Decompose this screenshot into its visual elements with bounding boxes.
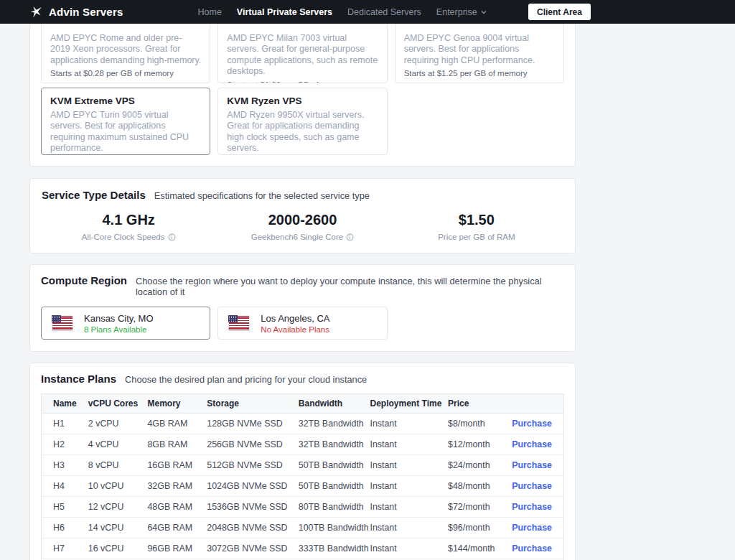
purchase-cell: Purchase: [512, 434, 563, 455]
column-header-deployment-time: Deployment Time: [370, 394, 449, 414]
purchase-link[interactable]: Purchase: [512, 502, 552, 512]
brand-name: Advin Servers: [49, 6, 123, 18]
plan-cell: 50TB Bandwidth: [299, 455, 370, 476]
plan-cell: $48/month: [448, 476, 512, 497]
service-type-section: AMD EPYC Rome and older pre-2019 Xeon pr…: [29, 0, 576, 167]
plan-cell: 32GB RAM: [147, 476, 207, 497]
service-card-description: AMD EPYC Rome and older pre-2019 Xeon pr…: [50, 33, 201, 66]
nav-link-virtual-private-servers[interactable]: Virtual Private Servers: [237, 7, 332, 17]
plan-cell: 2 vCPU: [88, 414, 148, 434]
purchase-cell: Purchase: [512, 476, 563, 497]
stat-price-per-gb-of-ram: $1.50Price per GB of RAM: [390, 212, 563, 241]
deployment-time-cell: Instant: [370, 538, 449, 559]
column-header-actions: [512, 394, 563, 414]
plan-row-h2: H24 vCPU8GB RAM256GB NVMe SSD32TB Bandwi…: [42, 434, 564, 455]
plan-cell: 256GB NVMe SSD: [207, 434, 299, 455]
plan-cell: $96/month: [448, 518, 512, 538]
plan-cell: 1536GB NVMe SSD: [207, 497, 299, 518]
brand[interactable]: Advin Servers: [29, 5, 123, 19]
compute-region-subtitle: Choose the region where you want to depl…: [136, 276, 564, 297]
purchase-link[interactable]: Purchase: [512, 460, 552, 470]
service-type-card-kvm-extreme-vps[interactable]: KVM Extreme VPSAMD EPYC Turin 9005 virtu…: [41, 88, 210, 155]
plan-cell: 100TB Bandwidth: [299, 518, 370, 538]
purchase-cell: Purchase: [512, 414, 563, 434]
nav-link-label: Dedicated Servers: [347, 7, 421, 17]
purchase-link[interactable]: Purchase: [512, 439, 552, 449]
plan-cell: 48GB RAM: [147, 497, 207, 518]
nav-link-enterprise[interactable]: Enterprise: [436, 7, 487, 17]
service-card-description: AMD EPYC Genoa 9004 virtual servers. Bes…: [404, 33, 555, 66]
info-icon[interactable]: [346, 233, 354, 241]
instance-plans-title: Instance Plans: [41, 373, 116, 385]
plan-cell: 512GB NVMe SSD: [207, 455, 299, 476]
service-card-description: AMD EPYC Milan 7003 virtual servers. Gre…: [227, 33, 378, 78]
purchase-link[interactable]: Purchase: [512, 419, 552, 429]
plan-cell: 50TB Bandwidth: [299, 476, 370, 497]
plan-cell: H1: [42, 414, 88, 434]
plan-cell: H5: [42, 497, 88, 518]
us-flag-icon: [52, 315, 73, 331]
region-status: No Available Plans: [261, 325, 329, 334]
deployment-time-cell: Instant: [370, 455, 449, 476]
service-card-title: KVM Ryzen VPS: [227, 95, 378, 108]
purchase-link[interactable]: Purchase: [512, 523, 552, 533]
plan-cell: 16GB RAM: [147, 455, 207, 476]
instance-plans-subtitle: Choose the desired plan and pricing for …: [125, 374, 367, 385]
column-header-memory: Memory: [147, 394, 207, 414]
purchase-cell: Purchase: [512, 497, 563, 518]
info-icon[interactable]: [168, 233, 176, 241]
plan-cell: 128GB NVMe SSD: [207, 414, 299, 434]
purchase-cell: Purchase: [512, 538, 563, 559]
plan-row-h6: H614 vCPU64GB RAM2048GB NVMe SSD100TB Ba…: [42, 518, 564, 538]
column-header-bandwidth: Bandwidth: [299, 394, 370, 414]
column-header-vcpu-cores: vCPU Cores: [88, 394, 148, 414]
nav-link-dedicated-servers[interactable]: Dedicated Servers: [347, 7, 421, 17]
plan-cell: 10 vCPU: [88, 476, 148, 497]
plan-cell: 64GB RAM: [147, 518, 207, 538]
stat-value: 4.1 GHz: [42, 212, 215, 228]
stat-value: 2000-2600: [215, 212, 389, 228]
purchase-link[interactable]: Purchase: [512, 543, 552, 554]
navbar: Advin Servers HomeVirtual Private Server…: [0, 0, 735, 24]
stat-label-text: Geekbench6 Single Core: [251, 233, 344, 241]
plan-cell: 80TB Bandwidth: [299, 497, 370, 518]
region-card-los-angeles-ca[interactable]: Los Angeles, CANo Available Plans: [217, 307, 387, 340]
plan-cell: 16 vCPU: [88, 538, 148, 559]
plan-cell: 96GB RAM: [147, 538, 207, 559]
service-type-grid: AMD EPYC Rome and older pre-2019 Xeon pr…: [41, 11, 564, 155]
plan-cell: 14 vCPU: [88, 518, 148, 538]
region-card-kansas-city-mo[interactable]: Kansas City, MO8 Plans Available: [41, 307, 210, 340]
stat-label-text: Price per GB of RAM: [438, 233, 515, 241]
region-name: Los Angeles, CA: [261, 313, 329, 324]
purchase-link[interactable]: Purchase: [512, 481, 552, 491]
purchase-cell: Purchase: [512, 455, 563, 476]
main-content: AMD EPYC Rome and older pre-2019 Xeon pr…: [29, 0, 576, 560]
plan-cell: H7: [42, 538, 88, 559]
plan-cell: H4: [42, 476, 88, 497]
plan-cell: 8GB RAM: [147, 434, 207, 455]
plan-row-h7: H716 vCPU96GB RAM3072GB NVMe SSD333TB Ba…: [42, 538, 564, 559]
plan-cell: $144/month: [448, 538, 512, 559]
plan-row-h1: H12 vCPU4GB RAM128GB NVMe SSD32TB Bandwi…: [42, 414, 564, 434]
deployment-time-cell: Instant: [370, 476, 449, 497]
nav-link-home[interactable]: Home: [197, 7, 221, 17]
compute-region-title: Compute Region: [41, 274, 127, 286]
plan-cell: 4 vCPU: [88, 434, 148, 455]
plans-table: NamevCPU CoresMemoryStorageBandwidthDepl…: [41, 393, 564, 560]
plan-cell: $8/month: [448, 414, 512, 434]
nav-link-label: Virtual Private Servers: [237, 7, 332, 17]
service-type-card-kvm-ryzen-vps[interactable]: KVM Ryzen VPSAMD Ryzen 9950X virtual ser…: [217, 88, 387, 155]
deployment-time-cell: Instant: [370, 497, 449, 518]
plan-cell: 8 vCPU: [88, 455, 148, 476]
nav-links: HomeVirtual Private ServersDedicated Ser…: [197, 7, 486, 17]
region-text: Los Angeles, CANo Available Plans: [261, 313, 329, 334]
plan-cell: 2048GB NVMe SSD: [207, 518, 299, 538]
plans-table-body: H12 vCPU4GB RAM128GB NVMe SSD32TB Bandwi…: [42, 414, 564, 560]
us-flag-icon: [228, 315, 250, 331]
stat-all-core-clock-speeds: 4.1 GHzAll-Core Clock Speeds: [42, 212, 215, 241]
service-card-description: AMD Ryzen 9950X virtual servers. Great f…: [227, 110, 378, 154]
plan-cell: 32TB Bandwidth: [299, 414, 370, 434]
column-header-name: Name: [42, 394, 88, 414]
client-area-button[interactable]: Client Area: [528, 4, 591, 20]
nav-link-label: Home: [197, 7, 221, 17]
